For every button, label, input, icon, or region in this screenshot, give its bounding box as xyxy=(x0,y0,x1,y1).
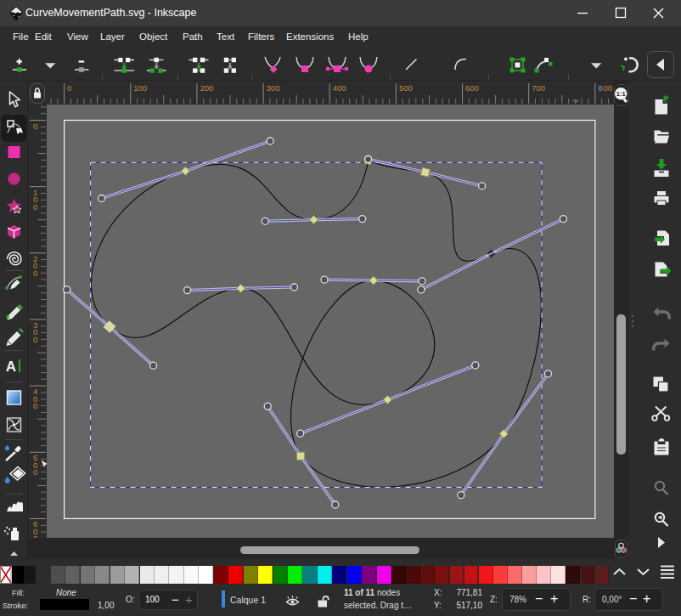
svg-text:A: A xyxy=(6,359,16,375)
svg-text:0: 0 xyxy=(33,122,37,131)
svg-text:700: 700 xyxy=(532,83,545,93)
svg-text:1:1: 1:1 xyxy=(616,90,626,98)
svg-text:200: 200 xyxy=(200,83,213,93)
svg-text:0: 0 xyxy=(33,335,37,344)
svg-text:00: 00 xyxy=(603,83,612,93)
svg-text:0: 0 xyxy=(67,83,71,93)
svg-text:0: 0 xyxy=(33,268,37,278)
svg-text:0: 0 xyxy=(33,467,37,477)
svg-text:100: 100 xyxy=(133,83,147,93)
svg-text:500: 500 xyxy=(399,83,413,93)
svg-text:0: 0 xyxy=(33,202,37,212)
svg-text:0: 0 xyxy=(33,401,37,410)
svg-text:600: 600 xyxy=(465,83,479,93)
svg-text:400: 400 xyxy=(333,83,346,93)
svg-text:8: 8 xyxy=(598,83,602,93)
svg-text:300: 300 xyxy=(267,83,280,93)
